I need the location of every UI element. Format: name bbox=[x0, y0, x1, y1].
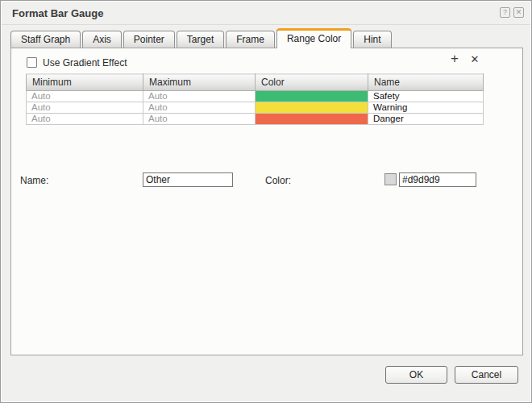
color-swatch-cell[interactable] bbox=[256, 91, 368, 102]
column-header-name[interactable]: Name bbox=[368, 74, 484, 91]
range-color-table: Minimum Maximum Color Name Auto Auto Saf… bbox=[26, 73, 484, 125]
name-cell[interactable]: Warning bbox=[368, 102, 484, 114]
name-input[interactable] bbox=[143, 172, 233, 187]
dialog-titlebar: Format Bar Gauge ? ✕ bbox=[2, 2, 530, 25]
add-range-icon[interactable]: + bbox=[447, 52, 462, 66]
minimum-cell[interactable]: Auto bbox=[27, 91, 143, 102]
tab-frame[interactable]: Frame bbox=[226, 31, 275, 48]
use-gradient-checkbox[interactable] bbox=[27, 57, 37, 68]
dialog-title: Format Bar Gauge bbox=[12, 7, 103, 19]
column-header-maximum[interactable]: Maximum bbox=[143, 74, 256, 91]
tab-pointer[interactable]: Pointer bbox=[123, 31, 175, 48]
tab-staff-graph[interactable]: Staff Graph bbox=[10, 31, 81, 48]
table-row[interactable]: Auto Auto Safety bbox=[27, 91, 484, 102]
tab-axis[interactable]: Axis bbox=[82, 31, 122, 48]
cancel-button[interactable]: Cancel bbox=[455, 366, 518, 384]
maximum-cell[interactable]: Auto bbox=[143, 91, 256, 102]
minimum-cell[interactable]: Auto bbox=[27, 102, 143, 114]
tab-range-color[interactable]: Range Color bbox=[276, 28, 351, 48]
table-header-row: Minimum Maximum Color Name bbox=[27, 74, 484, 91]
minimum-cell[interactable]: Auto bbox=[27, 114, 143, 125]
maximum-cell[interactable]: Auto bbox=[143, 102, 256, 114]
color-field-label: Color: bbox=[265, 175, 291, 186]
table-row[interactable]: Auto Auto Warning bbox=[27, 102, 484, 114]
color-swatch[interactable] bbox=[384, 173, 397, 185]
format-bar-gauge-dialog: Format Bar Gauge ? ✕ Staff Graph Axis Po… bbox=[0, 0, 532, 403]
use-gradient-label: Use Gradient Effect bbox=[43, 57, 127, 69]
tab-bar: Staff Graph Axis Pointer Target Frame Ra… bbox=[10, 28, 393, 48]
color-swatch-cell[interactable] bbox=[256, 102, 368, 114]
column-header-color[interactable]: Color bbox=[256, 74, 368, 91]
column-header-minimum[interactable]: Minimum bbox=[27, 74, 143, 91]
remove-range-icon[interactable]: ✕ bbox=[468, 53, 482, 68]
help-icon[interactable]: ? bbox=[500, 7, 510, 18]
color-input[interactable] bbox=[399, 172, 476, 187]
range-color-panel: Use Gradient Effect + ✕ Minimum Maximum … bbox=[10, 48, 523, 355]
maximum-cell[interactable]: Auto bbox=[143, 114, 256, 125]
tab-hint[interactable]: Hint bbox=[353, 31, 391, 48]
name-cell[interactable]: Danger bbox=[368, 114, 484, 125]
ok-button[interactable]: OK bbox=[385, 366, 447, 384]
name-cell[interactable]: Safety bbox=[368, 91, 484, 102]
tab-target[interactable]: Target bbox=[177, 31, 224, 48]
table-row[interactable]: Auto Auto Danger bbox=[27, 114, 484, 125]
color-swatch-cell[interactable] bbox=[256, 114, 368, 125]
close-icon[interactable]: ✕ bbox=[513, 7, 524, 18]
name-field-label: Name: bbox=[20, 175, 48, 186]
